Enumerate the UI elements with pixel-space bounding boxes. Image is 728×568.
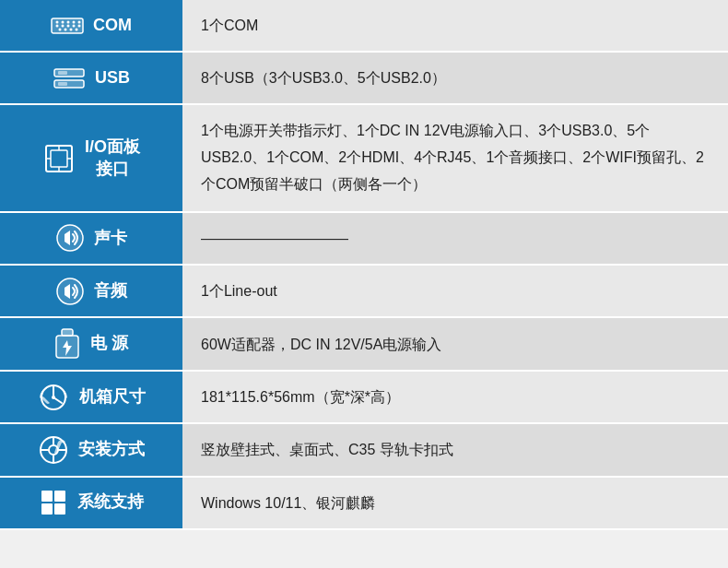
value-cell-power: 60W适配器，DC IN 12V/5A电源输入 [182,317,728,371]
row-usb: USB 8个USB（3个USB3.0、5个USB2.0） [0,52,728,104]
svg-point-10 [78,20,81,23]
svg-rect-17 [58,71,67,75]
label-text: COM [93,15,132,36]
svg-rect-18 [58,82,67,86]
label-cell-power: 电 源 [0,317,182,371]
svg-rect-44 [41,503,53,515]
svg-point-35 [52,396,55,399]
value-cell-audio: 1个Line-out [182,265,728,317]
svg-point-2 [62,24,65,27]
value-cell-com: 1个COM [182,0,728,52]
svg-point-3 [67,24,70,27]
label-text: 声卡 [94,228,127,249]
sound-icon [55,223,85,253]
value-cell-mount: 竖放壁挂式、桌面式、C35 导轨卡扣式 [182,423,728,476]
row-soundcard: 声卡 —————————— [0,212,728,265]
label-text: 接口 [85,159,140,180]
value-cell-soundcard: —————————— [182,212,728,265]
svg-rect-20 [51,150,67,167]
svg-rect-45 [54,503,65,515]
label-cell-mount: 安装方式 [0,423,182,476]
svg-point-9 [73,20,76,23]
row-com: COM 1个COM [0,0,728,52]
usb-icon [53,65,86,91]
label-cell-com: COM [0,0,182,52]
svg-point-5 [78,24,81,27]
value-cell-os: Windows 10/11、银河麒麟 [182,477,728,529]
com-icon [51,16,84,36]
svg-point-12 [65,28,67,30]
label-text: I/O面板 [85,136,140,158]
label-cell-os: 系统支持 [0,477,182,529]
label-text: USB [95,67,130,89]
svg-rect-43 [54,491,65,502]
windows-icon [39,488,68,517]
value-cell-usb: 8个USB（3个USB3.0、5个USB2.0） [182,52,728,104]
svg-point-6 [56,20,59,23]
svg-rect-31 [62,329,73,336]
label-cell-audio: 音频 [0,265,182,317]
row-audio: 音频 1个Line-out [0,265,728,317]
svg-point-1 [56,24,59,27]
chassis-icon [37,383,70,412]
svg-point-13 [70,28,73,30]
row-chassis: 机箱尺寸 181*115.6*56mm（宽*深*高） [0,371,728,423]
audio-icon [55,277,85,306]
label-text: 音频 [94,280,127,302]
label-text: 安装方式 [78,439,145,460]
value-cell-io: 1个电源开关带指示灯、1个DC IN 12V电源输入口、3个USB3.0、5个U… [182,104,728,211]
svg-point-8 [67,20,70,23]
io-icon [42,142,76,175]
svg-point-11 [59,28,62,30]
label-text: 电 源 [90,333,128,354]
label-text: 系统支持 [77,491,144,513]
label-cell-usb: USB [0,52,182,104]
svg-point-7 [62,20,65,23]
row-os: 系统支持 Windows 10/11、银河麒麟 [0,477,728,529]
mount-icon [38,434,69,466]
svg-rect-30 [65,288,70,295]
row-io: I/O面板接口 1个电源开关带指示灯、1个DC IN 12V电源输入口、3个US… [0,104,728,211]
svg-point-4 [73,24,76,27]
power-icon [53,327,81,361]
svg-rect-27 [65,234,70,242]
label-text: 机箱尺寸 [79,386,146,408]
label-cell-io: I/O面板接口 [0,104,182,211]
row-mount: 安装方式 竖放壁挂式、桌面式、C35 导轨卡扣式 [0,423,728,476]
row-power: 电 源 60W适配器，DC IN 12V/5A电源输入 [0,317,728,371]
value-cell-chassis: 181*115.6*56mm（宽*深*高） [182,371,728,423]
svg-rect-42 [41,491,53,502]
svg-point-14 [76,28,78,30]
specs-table: COM 1个COM USB 8个USB（3个USB3.0、5个USB2.0） [0,0,728,530]
label-cell-soundcard: 声卡 [0,212,182,265]
label-cell-chassis: 机箱尺寸 [0,371,182,423]
